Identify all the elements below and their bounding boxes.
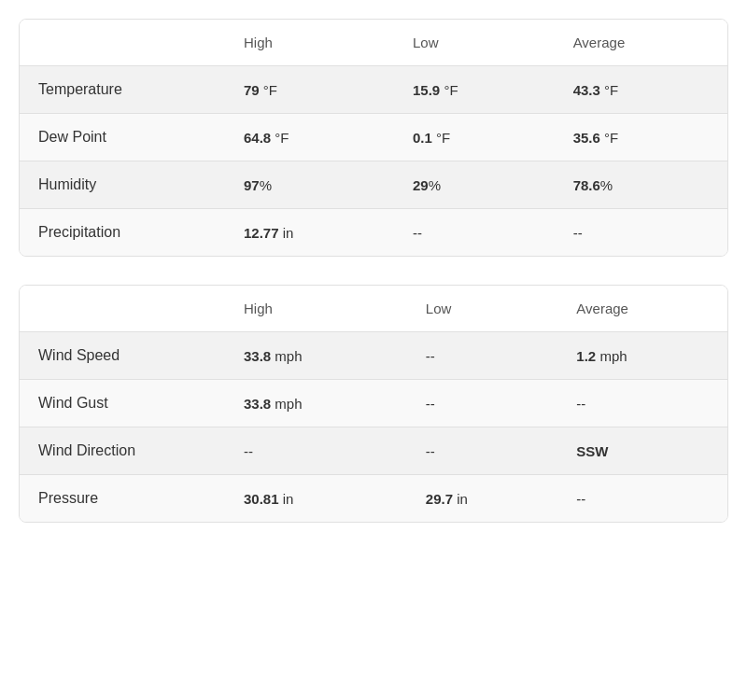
temperature-table: High Low Average Temperature79 °F15.9 °F…	[20, 20, 727, 256]
row-average: --	[557, 380, 727, 427]
row-low: 29.7 in	[407, 475, 558, 523]
wind-section: High Low Average Wind Speed33.8 mph--1.2…	[19, 285, 728, 523]
row-low: --	[407, 380, 558, 427]
row-high: 33.8 mph	[225, 332, 407, 380]
row-label: Wind Gust	[20, 380, 225, 427]
row-high: 97%	[225, 161, 394, 209]
table-row: Pressure30.81 in29.7 in--	[20, 475, 727, 523]
row-high: 64.8 °F	[225, 114, 394, 161]
row-average: 78.6%	[555, 161, 727, 209]
table-row: Precipitation12.77 in----	[20, 209, 727, 257]
col-header-high-1: High	[225, 20, 394, 66]
table-row: Humidity97%29%78.6%	[20, 161, 727, 209]
temperature-section: High Low Average Temperature79 °F15.9 °F…	[19, 19, 728, 257]
row-label: Precipitation	[20, 209, 225, 257]
row-high: 79 °F	[225, 66, 394, 114]
table-row: Wind Speed33.8 mph--1.2 mph	[20, 332, 727, 380]
row-label: Temperature	[20, 66, 225, 114]
table-row: Dew Point64.8 °F0.1 °F35.6 °F	[20, 114, 727, 161]
row-label: Wind Direction	[20, 427, 225, 475]
row-low: --	[407, 427, 558, 475]
row-high: --	[225, 427, 407, 475]
row-average: 35.6 °F	[555, 114, 727, 161]
row-low: 15.9 °F	[394, 66, 555, 114]
col-header-empty-1	[20, 20, 225, 66]
wind-table: High Low Average Wind Speed33.8 mph--1.2…	[20, 286, 727, 522]
row-label: Pressure	[20, 475, 225, 523]
row-average: --	[557, 475, 727, 523]
col-header-average-2: Average	[557, 286, 727, 332]
col-header-empty-2	[20, 286, 225, 332]
row-low: 0.1 °F	[394, 114, 555, 161]
col-header-low-1: Low	[394, 20, 555, 66]
table-row: Wind Direction----SSW	[20, 427, 727, 475]
row-label: Wind Speed	[20, 332, 225, 380]
col-header-low-2: Low	[407, 286, 558, 332]
row-low: --	[407, 332, 558, 380]
row-high: 12.77 in	[225, 209, 394, 257]
row-label: Dew Point	[20, 114, 225, 161]
table-row: Wind Gust33.8 mph----	[20, 380, 727, 427]
row-low: 29%	[394, 161, 555, 209]
row-average: SSW	[557, 427, 727, 475]
row-average: 43.3 °F	[555, 66, 727, 114]
row-average: 1.2 mph	[557, 332, 727, 380]
row-high: 33.8 mph	[225, 380, 407, 427]
col-header-high-2: High	[225, 286, 407, 332]
table-row: Temperature79 °F15.9 °F43.3 °F	[20, 66, 727, 114]
row-label: Humidity	[20, 161, 225, 209]
row-average: --	[555, 209, 727, 257]
row-low: --	[394, 209, 555, 257]
col-header-average-1: Average	[555, 20, 727, 66]
row-high: 30.81 in	[225, 475, 407, 523]
